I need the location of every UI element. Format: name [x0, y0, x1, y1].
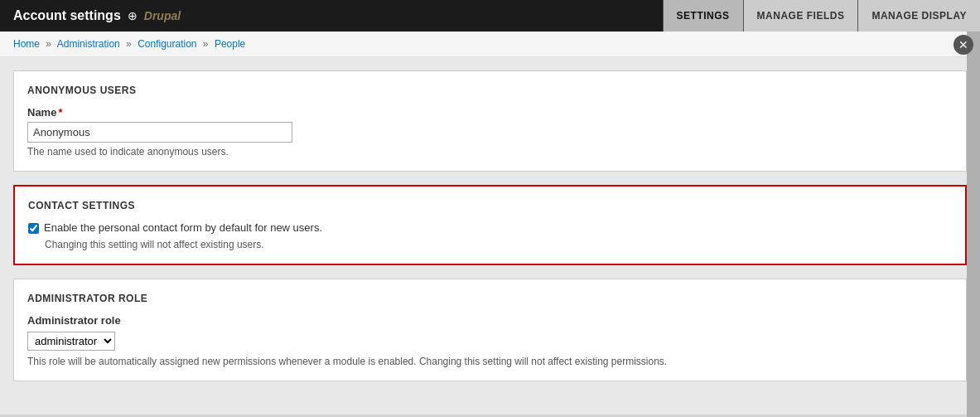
contact-settings-title: CONTACT SETTINGS — [28, 200, 952, 211]
header-tabs: SETTINGS MANAGE FIELDS MANAGE DISPLAY — [663, 0, 980, 32]
anonymous-users-title: ANONYMOUS USERS — [27, 85, 953, 96]
breadcrumb-home[interactable]: Home — [13, 38, 40, 50]
header-left: Account settings ⊕ Drupal — [13, 8, 181, 23]
main-content: ANONYMOUS USERS Name* The name used to i… — [0, 57, 980, 415]
breadcrumb-configuration[interactable]: Configuration — [138, 38, 196, 50]
breadcrumb: Home » Administration » Configuration » … — [0, 32, 980, 57]
admin-role-select[interactable]: administrator — [27, 332, 115, 351]
breadcrumb-administration[interactable]: Administration — [57, 38, 120, 50]
close-icon: ✕ — [958, 38, 968, 51]
scrollbar-area — [967, 32, 980, 417]
name-field-description: The name used to indicate anonymous user… — [27, 146, 953, 158]
tab-settings[interactable]: SETTINGS — [663, 0, 743, 32]
contact-settings-section: CONTACT SETTINGS Enable the personal con… — [13, 185, 967, 265]
breadcrumb-people[interactable]: People — [215, 38, 245, 50]
admin-role-description: This role will be automatically assigned… — [27, 356, 953, 367]
contact-form-checkbox[interactable] — [28, 223, 39, 234]
drupal-logo: Drupal — [144, 9, 181, 22]
admin-role-label: Administrator role — [27, 314, 953, 327]
administrator-role-section: ADMINISTRATOR ROLE Administrator role ad… — [13, 279, 967, 381]
anonymous-name-input[interactable] — [27, 122, 292, 143]
close-button[interactable]: ✕ — [953, 35, 973, 55]
tab-manage-fields[interactable]: MANAGE FIELDS — [743, 0, 858, 32]
contact-form-label[interactable]: Enable the personal contact form by defa… — [44, 221, 322, 234]
breadcrumb-sep-1: » — [46, 38, 51, 50]
page-title: Account settings — [13, 8, 121, 23]
contact-form-checkbox-row: Enable the personal contact form by defa… — [28, 221, 952, 234]
contact-form-description: Changing this setting will not affect ex… — [45, 239, 952, 250]
breadcrumb-sep-3: » — [203, 38, 209, 50]
anonymous-users-section: ANONYMOUS USERS Name* The name used to i… — [13, 70, 967, 172]
required-star: * — [58, 106, 62, 119]
tab-manage-display[interactable]: MANAGE DISPLAY — [857, 0, 980, 32]
administrator-role-title: ADMINISTRATOR ROLE — [27, 293, 953, 304]
name-field-label: Name* — [27, 106, 953, 119]
breadcrumb-sep-2: » — [126, 38, 132, 50]
settings-add-icon[interactable]: ⊕ — [128, 9, 138, 22]
header: Account settings ⊕ Drupal SETTINGS MANAG… — [0, 0, 980, 32]
